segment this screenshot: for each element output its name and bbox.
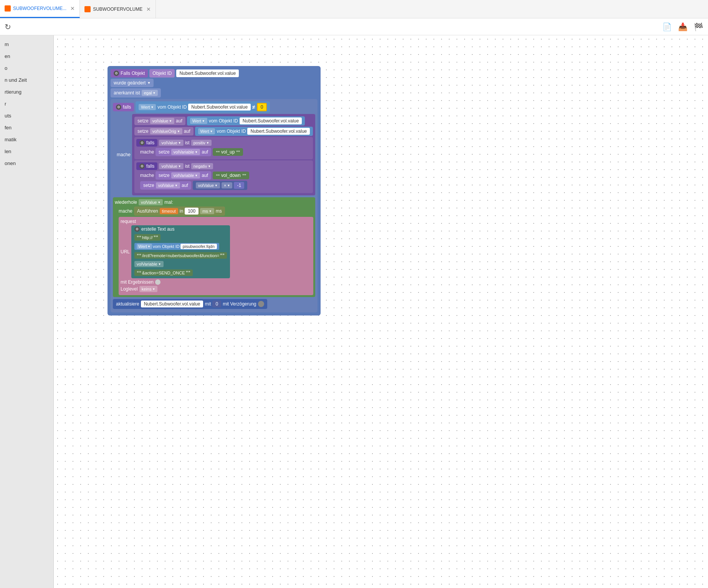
volvalue-dropdown-4[interactable]: volValue ▼ [156,182,180,188]
row-volvariable: volVariable ▼ [134,261,227,267]
sidebar-item-o[interactable]: o [0,62,53,74]
setze-4-block: setze volVariable ▼ auf [155,171,211,180]
wert-dropdown-1[interactable]: Wert ▼ [139,104,156,110]
wiederhole-label: wiederhole [115,200,137,205]
wert-pisubwoofer-block: Wert ▼ vom Objekt ID pisubwoofer.fqdn [134,243,219,250]
aktualisiere-objekt-id[interactable]: Nubert.Subwoofer.vol.value [141,301,203,307]
objekt-id-3[interactable]: Nubert.Subwoofer.vol.value [247,128,310,135]
minus-1-value[interactable]: -1 [234,182,244,189]
falls-2-label: falls [146,140,154,145]
export-icon[interactable]: 📄 [662,22,672,31]
mache-4-content: mache Ausführen timeout in 100 ms [119,206,313,295]
egal-label: egal [144,91,152,95]
row-falls-3: ⚙ falls volValue ▼ ist neg [136,162,311,170]
falls-3-container: ⚙ falls volValue ▼ ist neg [134,160,313,193]
aktualisiere-value[interactable]: 0 [212,301,221,307]
sidebar-item-rtierung[interactable]: rtierung [0,86,53,98]
row-aktualisiere: aktualisiere Nubert.Subwoofer.vol.value … [113,299,315,309]
volvalue-dropdown-3[interactable]: volValue ▼ [159,163,183,169]
tab-2[interactable]: SUBWOOFERVOLUME ✕ [80,0,156,18]
aktualisiere-mit: mit [205,301,211,307]
ms-dropdown[interactable]: ms ▼ [200,208,214,214]
wert-1-label: Wert [141,105,150,109]
wert-dropdown-3[interactable]: Wert ▼ [198,128,215,134]
import-icon[interactable]: 📥 [678,22,688,31]
negativ-dropdown[interactable]: negativ ▼ [191,163,213,169]
vom-objekt-id-1: vom Objekt ID [157,104,187,110]
tab-2-label: SUBWOOFERVOLUME [93,7,142,12]
blocks-container: ⚙ Falls Objekt Objekt ID Nubert.Subwoofe… [108,66,321,315]
sidebar-item-matik[interactable]: matik [0,134,53,145]
anerkannt-block: anerkannt ist egal ▼ [111,88,161,97]
tab-1-close[interactable]: ✕ [70,5,75,12]
sidebar-item-en[interactable]: en [0,50,53,62]
row-anerkannt: anerkannt ist egal ▼ [111,88,318,97]
row-wurde-geaendert: wurde geändert ▼ [111,79,318,87]
falls-3-label: falls [146,164,154,169]
volvalue-dropdown-1[interactable]: volValue ▼ [150,118,174,124]
main-layout: m en o n und Zeit rtierung r uts fen mat… [0,35,708,588]
pisubwoofer-value[interactable]: pisubwoofer.fqdn [180,244,217,249]
value-1[interactable]: 0 [257,103,267,111]
refresh-icon[interactable]: ↻ [5,22,11,31]
falls-2-block: ⚙ falls [136,139,157,147]
vol-down-block: ❝❝ vol_down ❞❞ [213,172,249,179]
row-irctl: ❝❝ /irctl?remote=nubertsubwoofer&functio… [134,252,227,259]
row-mache-2: mache setze volVariable ▼ auf [140,148,311,156]
ausfuehren-label: Ausführen [137,208,158,214]
volvariable-dropdown-2[interactable]: volVariable ▼ [171,172,200,178]
gear-icon-1: ⚙ [114,71,119,76]
row-setze-1: setze volValue ▼ auf Wert [134,116,313,126]
falls-1-label: falls [123,104,131,110]
row-url: URL ⚙ erstelle Text aus [121,225,311,278]
objekt-id-1[interactable]: Nubert.Subwoofer.vol.value [188,104,251,111]
sidebar-item-r[interactable]: r [0,98,53,110]
http-block: ❝❝ http:// ❞❞ [134,234,160,241]
toolbar: ↻ 📄 📥 🏁 [0,18,708,35]
wurde-geaendert-block: wurde geändert ▼ [111,79,154,87]
objekt-id-2[interactable]: Nubert.Subwoofer.vol.value [240,117,302,124]
falls-1-container: ⚙ falls Wert ▼ vom Objekt ID Nubert.Subw… [111,99,318,312]
volvalue-1-label: volValue [152,119,168,123]
dropdown-arrow-1[interactable]: ▼ [147,81,151,85]
falls-1-block: ⚙ falls [113,103,134,111]
objekt-id-value[interactable]: Nubert.Subwoofer.vol.value [176,69,239,77]
ms2-label: ms [216,208,222,214]
canvas-area[interactable]: ⚙ Falls Objekt Objekt ID Nubert.Subwoofe… [54,35,708,588]
anerkannt-label: anerkannt ist [114,90,140,96]
sidebar-item-len[interactable]: len [0,145,53,157]
ausfuehren-block: Ausführen timeout in 100 ms ▼ ms [134,206,225,216]
aktualisiere-block: aktualisiere Nubert.Subwoofer.vol.value … [113,299,267,309]
wiederhole-container: wiederhole volValue ▼ mal: mache [113,197,315,297]
volvariable-dropdown-1[interactable]: volVariable ▼ [171,149,200,155]
verzoegerung-toggle[interactable] [258,301,264,307]
sidebar-item-onen[interactable]: onen [0,157,53,169]
gear-icon-2: ⚙ [116,104,121,110]
objekt-id-block: Objekt ID [149,69,175,78]
positiv-dropdown[interactable]: positiv ▼ [191,140,212,146]
volvalueorig-dropdown[interactable]: volValueOrig ▼ [150,128,182,134]
multiply-block: volValue ▼ × ▼ -1 [193,181,247,190]
volvalue-dropdown-6[interactable]: volValue ▼ [139,199,163,205]
tab-1-icon [5,5,11,12]
sidebar-item-m[interactable]: m [0,38,53,50]
sidebar-item-uts[interactable]: uts [0,110,53,122]
volvalue-dropdown-5[interactable]: volValue ▼ [196,182,220,188]
timeout-value[interactable]: 100 [185,208,199,215]
tab-1[interactable]: SUBWOOFERVOLUME... ✕ [0,0,80,18]
sidebar-item-nundzeit[interactable]: n und Zeit [0,74,53,86]
flag-icon[interactable]: 🏁 [694,22,703,31]
egal-dropdown[interactable]: egal ▼ [142,90,158,96]
volvariable-dropdown-3[interactable]: volVariable ▼ [134,261,164,267]
wert-dropdown-2[interactable]: Wert ▼ [190,118,207,124]
loglevel-label: Loglevel [121,286,138,292]
tab-2-close[interactable]: ✕ [146,6,151,12]
volvalue-dropdown-2[interactable]: volValue ▼ [159,140,183,146]
loglevel-dropdown[interactable]: keins ▼ [139,286,158,292]
sidebar-item-fen[interactable]: fen [0,122,53,134]
multiply-dropdown[interactable]: × ▼ [222,182,232,188]
mit-ergebnissen-toggle[interactable] [155,279,160,285]
tab-2-icon [84,6,91,12]
wert-dropdown-4[interactable]: Wert ▼ [137,244,152,249]
mache-2-label: mache [140,149,154,155]
